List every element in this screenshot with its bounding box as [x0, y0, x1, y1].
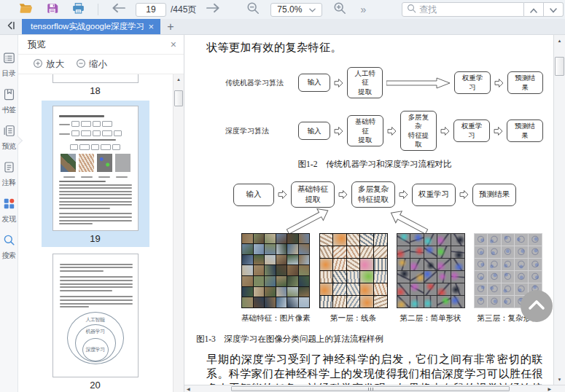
scroll-up-icon[interactable]: ▲ — [554, 35, 565, 43]
thumbnail-zoom-out-label: 缩小 — [89, 58, 107, 71]
flow-box: 权重学习 — [454, 71, 490, 94]
sidebar-item-label: 发现 — [0, 215, 18, 223]
page-total-label: /445页 — [171, 4, 196, 16]
flow-box: 输入 — [298, 74, 330, 92]
chevron-down-icon — [309, 4, 316, 15]
save-button[interactable] — [39, 1, 65, 17]
sidebar-item-toc[interactable]: 目录 — [0, 51, 18, 77]
flow-arrow-icon — [334, 126, 343, 136]
tab-bar: tensorflow实战google深度学习 × + — [0, 19, 565, 35]
sidebar-item-label: 书签 — [0, 106, 18, 114]
zoom-level-select[interactable]: 75.0% — [270, 3, 322, 17]
scroll-up-icon[interactable]: ▲ — [174, 74, 184, 82]
feature-grid-label: 第一层：线条 — [330, 313, 376, 324]
flow-box: 输入 — [298, 122, 330, 140]
feature-grid-image — [241, 233, 310, 308]
flow-box: 输入 — [233, 184, 274, 206]
upward-arrows — [206, 208, 553, 233]
thumbnail-zoom-out-button[interactable]: 缩小 — [76, 58, 107, 71]
more-tools-button[interactable]: » — [353, 4, 373, 15]
thumbnail-page-number: 19 — [52, 233, 139, 244]
tab-close-icon[interactable]: × — [146, 22, 156, 31]
navigation-sidebar: 目录书签预览注释发现搜索 — [0, 35, 18, 392]
thumbnail-zoom-in-button[interactable]: 放大 — [33, 58, 64, 71]
flow-arrow-icon — [278, 189, 287, 200]
sidebar-item-search[interactable]: 搜索 — [0, 233, 18, 259]
document-view: 状等更加有效的复杂特征。 传统机器学习算法输入人工特征提取权重学习预测结果深度学… — [184, 35, 565, 392]
flow-row: 深度学习算法输入基础特征提取多层复杂特征提取权重学习预测结果 — [225, 111, 543, 151]
flow-box: 预测结果 — [472, 184, 516, 206]
collapse-tab-list-button[interactable] — [0, 19, 22, 34]
find-bar — [402, 2, 564, 17]
scrollbar-thumb[interactable] — [555, 57, 564, 76]
diagram-label: 人工智能 — [66, 317, 125, 322]
back-to-top-button[interactable] — [521, 290, 553, 322]
figure-1-2-flowchart: 传统机器学习算法输入人工特征提取权重学习预测结果深度学习算法输入基础特征提取多层… — [206, 67, 543, 151]
prev-page-button[interactable] — [104, 1, 133, 17]
feature-grid-column: 基础特征：图片像素 — [241, 233, 311, 324]
new-tab-button[interactable]: + — [160, 19, 181, 34]
zoom-out-button[interactable] — [240, 1, 266, 17]
diagram-label: 机器学习 — [66, 329, 125, 334]
flow-box: 权重学习 — [412, 184, 456, 206]
zoom-in-button[interactable] — [327, 1, 353, 17]
sidebar-item-discover[interactable]: 发现 — [0, 197, 18, 223]
feature-grid-image — [319, 233, 388, 308]
thumbnail-page-content — [52, 106, 139, 231]
flow-box: 权重学习 — [453, 119, 490, 142]
scroll-down-icon[interactable]: ▼ — [554, 377, 565, 382]
figure-1-2-caption: 图1-2 传统机器学习和深度学习流程对比 — [206, 159, 543, 170]
page-thumbnail-19-selected[interactable]: 19 — [42, 101, 149, 247]
flow-box: 多层复杂特征提取 — [400, 111, 437, 151]
pdf-reader-window: /445页 75.0% » — [0, 0, 565, 392]
body-text-line: 状等更加有效的复杂特征。 — [206, 41, 543, 55]
preview-panel-toolbar: 放大 缩小 — [18, 55, 184, 74]
magnifier-minus-icon — [246, 1, 260, 17]
folder-open-icon — [18, 1, 33, 17]
feature-grid-label: 基础特征：图片像素 — [241, 313, 311, 324]
preview-panel-title: 预览 — [28, 39, 171, 51]
page-thumbnail-20[interactable]: 人工智能机器学习深度学习 — [52, 254, 139, 377]
page-thumbnail-18[interactable] — [52, 74, 139, 83]
figure-1-3-caption: 图1-3 深度学习在图像分类问题上的算法流程样例 — [196, 334, 543, 345]
find-next-button[interactable] — [544, 2, 564, 17]
search-icon — [2, 233, 16, 250]
horizontal-scrollbar[interactable]: ◀ ▶ — [184, 385, 565, 392]
page-number-input[interactable] — [136, 3, 166, 17]
scroll-left-icon[interactable]: ◀ — [187, 386, 190, 391]
print-button[interactable] — [65, 1, 92, 17]
vertical-scrollbar[interactable]: ▲ ▼ — [553, 35, 565, 385]
flow-arrow-icon — [387, 126, 397, 136]
document-tab[interactable]: tensorflow实战google深度学习 × — [22, 19, 160, 34]
sidebar-item-annotation[interactable]: 注释 — [0, 160, 18, 187]
circle-plus-icon — [33, 58, 43, 71]
next-page-button[interactable] — [199, 1, 227, 17]
preview-panel-close-icon[interactable]: × — [171, 39, 176, 50]
document-tab-title: tensorflow实战google深度学习 — [31, 21, 146, 32]
circle-minus-icon — [76, 58, 86, 71]
thumbnail-zoom-in-label: 放大 — [46, 58, 64, 71]
sidebar-item-bookmark[interactable]: 书签 — [0, 87, 18, 114]
flow-box: 基础特征提取 — [291, 181, 335, 207]
find-input-box[interactable] — [402, 2, 524, 17]
find-input[interactable] — [419, 4, 519, 15]
thumbnail-scrollbar[interactable]: ▲ — [173, 74, 184, 392]
sidebar-item-label: 搜索 — [0, 251, 18, 259]
flow-row-label: 深度学习算法 — [225, 126, 298, 136]
open-file-button[interactable] — [12, 1, 39, 17]
flow-row: 传统机器学习算法输入人工特征提取权重学习预测结果 — [225, 67, 543, 98]
flow-arrow-icon — [494, 126, 503, 136]
main-toolbar: /445页 75.0% » — [0, 0, 565, 19]
collapse-left-icon — [6, 20, 16, 34]
thumbnail-list: 18 19 人工智能机器学习深度学习 20 ▲ — [18, 74, 184, 392]
flow-arrow-icon — [440, 126, 450, 136]
scroll-right-icon[interactable]: ▶ — [548, 386, 551, 391]
find-previous-button[interactable] — [524, 2, 544, 17]
arrow-left-icon — [111, 3, 126, 16]
flow-box: 预测结果 — [507, 119, 543, 142]
document-page: 状等更加有效的复杂特征。 传统机器学习算法输入人工特征提取权重学习预测结果深度学… — [184, 35, 553, 385]
sidebar-item-label: 目录 — [0, 69, 18, 77]
feature-grid-image — [397, 233, 465, 308]
scrollbar-thumb[interactable] — [174, 90, 183, 106]
scrollbar-thumb[interactable] — [231, 386, 510, 391]
